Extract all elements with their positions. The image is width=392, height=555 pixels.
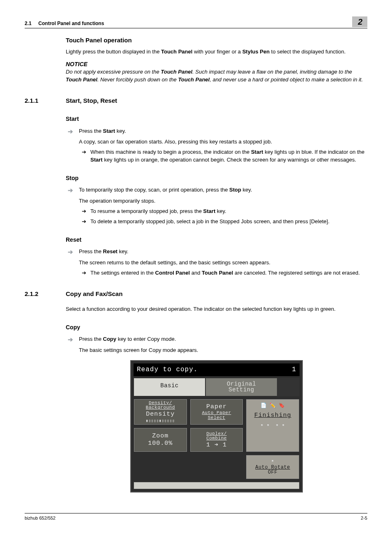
screen-count: 1 (292, 365, 296, 375)
bold-term: Reset (103, 248, 118, 254)
stop-bullet-1: ➔ To resume a temporarily stopped job, p… (79, 208, 367, 215)
finishing-icons-top: 📄 ✏️ 🔖 (247, 403, 298, 409)
screen-grid: Density/Background Density ▮▯▯▯▯▮▯▯▯▯▯ P… (134, 399, 300, 479)
text: to select the displayed function. (270, 49, 346, 55)
bold-term: Start (251, 149, 263, 155)
bold-term: Touch Panel (161, 49, 192, 55)
tab-basic[interactable]: Basic (134, 378, 205, 396)
value: 1 ➔ 1 (191, 442, 242, 449)
text: Press the (79, 248, 103, 254)
stop-result: The operation temporarily stops. (79, 197, 367, 205)
start-result: A copy, scan or fax operation starts. Al… (79, 138, 367, 146)
label: Paper (191, 404, 242, 410)
reset-bullet-1: ➔ The settings entered in the Control Pa… (79, 269, 367, 277)
copy-screen: Ready to copy. 1 Basic Original Setting … (130, 360, 303, 493)
text: and (190, 270, 202, 276)
section-title: Copy and Fax/Scan (66, 289, 122, 298)
screen-footer-bar (134, 482, 300, 489)
text: The settings entered in the (90, 270, 155, 276)
auto-rotate-icon: ▫️ (247, 459, 298, 464)
density-meter: ▮▯▯▯▯▮▯▯▯▯▯ (135, 419, 186, 423)
arrow-icon: ➔ (66, 128, 73, 135)
footer-page: 2-5 (361, 515, 367, 522)
btn-zoom[interactable]: Zoom 100.0% (134, 428, 187, 452)
bold-term: Touch Panel (161, 69, 192, 75)
screen-header: Ready to copy. 1 (134, 363, 300, 376)
header-section-title: Control Panel and functions (38, 21, 104, 26)
section-2-1-1-header: 2.1.1 Start, Stop, Reset (25, 96, 367, 105)
text: The settings entered in the Control Pane… (90, 269, 367, 277)
section-title: Start, Stop, Reset (66, 96, 117, 105)
copy-result: The basic settings screen for Copy mode … (79, 347, 367, 354)
header-section-num: 2.1 (25, 21, 32, 26)
text: Press the (79, 128, 103, 134)
arrow-icon: ➔ (66, 249, 73, 256)
footer-model: bizhub 652/552 (25, 515, 55, 522)
bold-term: Start (90, 157, 103, 163)
arrow-icon: ➔ (66, 336, 73, 343)
label: Duplex/Combine (191, 432, 242, 441)
text: Lightly press the button displayed in th… (66, 49, 161, 55)
header-chapter-number: 2 (352, 16, 367, 27)
text: To temporarily stop the copy, scan, or p… (79, 186, 367, 194)
text: , and never use a hard or pointed object… (210, 76, 363, 83)
btn-density[interactable]: Density/Background Density ▮▯▯▯▯▮▯▯▯▯▯ (134, 399, 187, 425)
bold-term: Stop (229, 187, 241, 193)
text: Press the Reset key. (79, 248, 367, 256)
label: Auto RotateOFF (247, 465, 298, 475)
text: Press the Start key. (79, 127, 367, 135)
page-footer: bizhub 652/552 2-5 (25, 513, 367, 522)
text: with your finger or a (192, 49, 242, 55)
text: key. (115, 128, 126, 134)
btn-auto-rotate[interactable]: ▫️ Auto RotateOFF (246, 455, 300, 479)
start-bullet-1: ➔ When this machine is ready to begin a … (79, 148, 367, 164)
heading-copy: Copy (66, 323, 367, 331)
arrow-icon: ➔ (79, 218, 86, 226)
arrow-icon: ➔ (79, 148, 86, 164)
value: Auto PaperSelect (191, 411, 242, 420)
arrow-icon: ➔ (66, 187, 73, 194)
text: Setting (228, 386, 254, 393)
section-2-1-2-header: 2.1.2 Copy and Fax/Scan (25, 289, 367, 298)
heading-stop: Stop (66, 174, 367, 182)
heading-reset: Reset (66, 236, 367, 244)
tab-scroll[interactable] (277, 378, 300, 396)
page-header: 2.1 Control Panel and functions 2 (25, 16, 367, 28)
btn-finishing[interactable]: 📄 ✏️ 🔖 Finishing ▫️▫️ ▫️▫️ (246, 399, 300, 452)
text: Press the (79, 336, 103, 342)
value: 100.0% (135, 440, 186, 447)
section-num: 2.1.1 (25, 96, 53, 105)
bold-term: Control Panel (155, 270, 190, 276)
text: key lights up in blue. If the indicator … (263, 149, 364, 155)
text: key. (118, 248, 129, 254)
text: . Never forcibly push down on the (97, 76, 178, 83)
text: To resume a temporarily stopped job, pre… (90, 208, 367, 215)
bold-term: Touch Panel (66, 76, 97, 83)
bold-term: Start (203, 208, 216, 214)
label: Density/Background (135, 401, 186, 410)
copy-screen-figure: Ready to copy. 1 Basic Original Setting … (66, 360, 367, 493)
bold-term: Start (103, 128, 115, 134)
text: key lights up in orange, the operation c… (103, 157, 356, 163)
touch-panel-intro: Lightly press the button displayed in th… (66, 48, 367, 56)
btn-duplex-combine[interactable]: Duplex/Combine 1 ➔ 1 (190, 428, 244, 452)
text: key. (241, 187, 252, 193)
arrow-icon: ➔ (79, 208, 86, 215)
finishing-icons-bottom: ▫️▫️ ▫️▫️ (247, 423, 298, 428)
stop-press-item: ➔ To temporarily stop the copy, scan, or… (66, 186, 367, 194)
text: key. (215, 208, 226, 214)
btn-paper[interactable]: Paper Auto PaperSelect (190, 399, 244, 425)
tab-original-setting[interactable]: Original Setting (205, 378, 277, 396)
text: To delete a temporarily stopped job, sel… (90, 218, 367, 226)
copy-press-item: ➔ Press the Copy key to enter Copy mode. (66, 335, 367, 343)
text: When this machine is ready to begin a pr… (90, 149, 251, 155)
arrow-icon: ➔ (79, 269, 86, 277)
reset-result: The screen returns to the default settin… (79, 259, 367, 267)
notice-body: Do not apply excessive pressure on the T… (66, 68, 367, 84)
text: key to enter Copy mode. (116, 336, 176, 342)
label: Finishing (247, 412, 298, 419)
heading-touch-panel: Touch Panel operation (66, 36, 367, 45)
start-press-item: ➔ Press the Start key. (66, 127, 367, 135)
label: Zoom (135, 433, 186, 439)
bold-term: Touch Panel (178, 76, 210, 83)
